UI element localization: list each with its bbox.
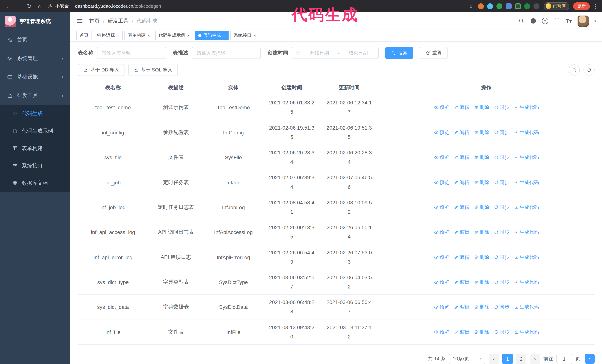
edit-link[interactable]: 编辑 <box>454 154 469 161</box>
generate-code-link[interactable]: 生成代码 <box>514 229 539 236</box>
preview-link[interactable]: 预览 <box>434 204 449 211</box>
bookmark-star-icon[interactable]: ☆ <box>469 3 473 9</box>
prev-page-button[interactable]: ‹ <box>489 354 499 364</box>
delete-link[interactable]: 删除 <box>474 304 489 311</box>
hamburger-icon[interactable] <box>76 17 83 24</box>
edit-link[interactable]: 编辑 <box>454 304 469 311</box>
update-button[interactable]: 更新 <box>573 2 590 10</box>
generate-code-link[interactable]: 生成代码 <box>514 104 539 111</box>
font-size-icon[interactable]: TT <box>566 18 572 24</box>
preview-link[interactable]: 预览 <box>434 154 449 161</box>
sidebar-item-codegen[interactable]: 代码生成 <box>0 105 70 122</box>
preview-link[interactable]: 预览 <box>434 129 449 136</box>
preview-link[interactable]: 预览 <box>434 304 449 311</box>
table-desc-input[interactable] <box>192 47 261 59</box>
delete-link[interactable]: 删除 <box>474 329 489 335</box>
tab-form-builder[interactable]: 表单构建 × <box>124 31 153 40</box>
page-size-select[interactable]: 10条/页 ▾ <box>449 354 485 364</box>
sync-link[interactable]: 同步 <box>494 154 509 161</box>
reset-button[interactable]: 重置 <box>420 47 448 59</box>
user-avatar[interactable] <box>578 15 589 26</box>
extension-icon[interactable] <box>515 3 521 9</box>
sidebar-item-devtools[interactable]: 研发工具 ▴ <box>0 86 70 105</box>
edit-link[interactable]: 编辑 <box>454 204 469 211</box>
tab-system-api[interactable]: 系统接口 × <box>230 31 259 40</box>
sidebar-item-infra[interactable]: 基础设施 ▾ <box>0 68 70 86</box>
preview-link[interactable]: 预览 <box>434 254 449 260</box>
search-button[interactable]: 搜索 <box>385 47 413 59</box>
sidebar-item-home[interactable]: 首页 <box>0 31 70 49</box>
page-button-1[interactable]: 1 <box>502 354 513 364</box>
sidebar-item-system[interactable]: 系统管理 ▾ <box>0 49 70 68</box>
generate-code-link[interactable]: 生成代码 <box>514 329 539 335</box>
close-icon[interactable]: × <box>253 33 256 38</box>
browser-menu-icon[interactable]: ⋮ <box>593 3 598 9</box>
import-db-button[interactable]: 基于 DB 导入 <box>78 64 125 76</box>
back-icon[interactable]: ← <box>4 1 13 11</box>
delete-link[interactable]: 删除 <box>474 229 489 236</box>
edit-link[interactable]: 编辑 <box>454 179 469 186</box>
generate-code-link[interactable]: 生成代码 <box>514 204 539 211</box>
generate-code-link[interactable]: 生成代码 <box>514 129 539 136</box>
delete-link[interactable]: 删除 <box>474 254 489 260</box>
extension-icon[interactable] <box>496 3 502 9</box>
delete-link[interactable]: 删除 <box>474 179 489 186</box>
forward-icon[interactable]: → <box>14 1 24 11</box>
generate-code-link[interactable]: 生成代码 <box>514 304 539 311</box>
profile-paused-chip[interactable]: 已暂停 <box>544 2 570 10</box>
extension-icon[interactable] <box>524 3 530 9</box>
delete-link[interactable]: 删除 <box>474 154 489 161</box>
table-name-input[interactable] <box>97 47 166 59</box>
extension-icon[interactable] <box>487 3 493 9</box>
extension-icon[interactable] <box>505 3 511 9</box>
edit-link[interactable]: 编辑 <box>454 129 469 136</box>
address-bar[interactable]: ⚠ 不安全 dashboard.yudao.iocoder.cn/tool/co… <box>48 3 473 9</box>
url-text[interactable]: dashboard.yudao.iocoder.cn/tool/codegen <box>75 3 161 9</box>
sync-link[interactable]: 同步 <box>494 229 509 236</box>
delete-link[interactable]: 删除 <box>474 104 489 111</box>
generate-code-link[interactable]: 生成代码 <box>514 154 539 161</box>
close-icon[interactable]: × <box>117 33 119 38</box>
extension-icon[interactable] <box>478 3 484 9</box>
breadcrumb-devtools[interactable]: 研发工具 <box>108 18 129 24</box>
extension-icon[interactable] <box>533 3 539 9</box>
close-icon[interactable]: × <box>223 33 225 38</box>
help-icon[interactable]: ? <box>542 18 548 24</box>
delete-link[interactable]: 删除 <box>474 204 489 211</box>
sync-link[interactable]: 同步 <box>494 204 509 211</box>
sync-link[interactable]: 同步 <box>494 179 509 186</box>
tab-codegen[interactable]: 代码生成 × <box>195 31 229 40</box>
sync-link[interactable]: 同步 <box>494 129 509 136</box>
generate-code-link[interactable]: 生成代码 <box>514 179 539 186</box>
goto-page-input[interactable] <box>556 354 572 364</box>
toggle-search-button[interactable] <box>569 65 580 76</box>
sync-link[interactable]: 同步 <box>494 254 509 260</box>
import-sql-button[interactable]: 基于 SQL 导入 <box>128 64 178 76</box>
generate-code-link[interactable]: 生成代码 <box>514 254 539 260</box>
tab-home[interactable]: 首页 <box>76 31 92 40</box>
close-icon[interactable]: × <box>187 33 190 38</box>
tab-tracing[interactable]: 链路追踪 × <box>94 31 123 40</box>
sync-link[interactable]: 同步 <box>494 329 509 335</box>
tab-codegen-example[interactable]: 代码生成示例 × <box>155 31 193 40</box>
delete-link[interactable]: 删除 <box>474 129 489 136</box>
sidebar-item-system-api[interactable]: 系统接口 <box>0 157 70 174</box>
caret-down-icon[interactable]: ▾ <box>594 19 596 23</box>
generate-code-link[interactable]: 生成代码 <box>514 279 539 285</box>
edit-link[interactable]: 编辑 <box>454 254 469 260</box>
preview-link[interactable]: 预览 <box>434 329 449 335</box>
preview-link[interactable]: 预览 <box>434 279 449 285</box>
sidebar-item-codegen-example[interactable]: 代码生成示例 <box>0 122 70 140</box>
page-button-2[interactable]: 2 <box>516 354 527 364</box>
reload-icon[interactable]: ↻ <box>24 1 34 11</box>
edit-link[interactable]: 编辑 <box>454 229 469 236</box>
sync-link[interactable]: 同步 <box>494 279 509 285</box>
close-icon[interactable]: × <box>147 33 150 38</box>
edit-link[interactable]: 编辑 <box>454 104 469 111</box>
breadcrumb-home[interactable]: 首页 <box>89 18 100 24</box>
delete-link[interactable]: 删除 <box>474 279 489 285</box>
sidebar-item-form-builder[interactable]: 表单构建 <box>0 140 70 157</box>
preview-link[interactable]: 预览 <box>434 179 449 186</box>
fullscreen-icon[interactable] <box>554 18 560 24</box>
date-range-picker[interactable]: 开始日期 - 结束日期 <box>292 47 379 59</box>
